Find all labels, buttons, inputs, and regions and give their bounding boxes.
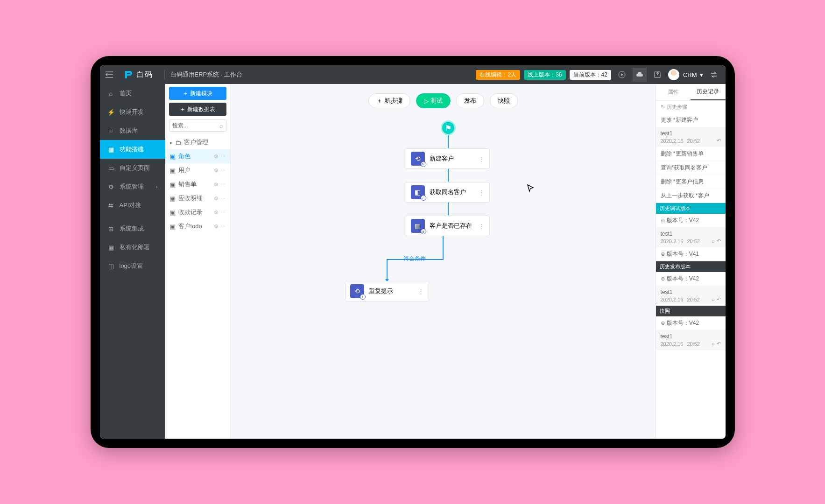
file-icon: ▣	[170, 223, 176, 230]
snapshot-button[interactable]: 快照	[490, 93, 518, 108]
test-name: test1	[661, 333, 721, 340]
version-entry[interactable]: test1 2020.2.1620:52⌕↶	[656, 228, 726, 247]
gear-icon: ⚙	[107, 183, 115, 190]
flow-node-new-customer[interactable]: ⟲✎ 新建客户 ⋮	[406, 148, 490, 169]
version-entry[interactable]: test1 2020.2.1620:52⌕↶	[656, 286, 726, 306]
logo-mark-icon	[123, 70, 134, 80]
tree-label: 收款记录	[178, 208, 203, 217]
avatar[interactable]	[668, 69, 679, 80]
more-icon[interactable]: ⋯	[220, 154, 226, 160]
more-icon[interactable]: ⋯	[220, 210, 226, 216]
search-icon[interactable]: ⌕	[712, 238, 715, 244]
button-label: 新建模块	[190, 90, 212, 98]
tree-item-receivable[interactable]: ▣应收明细⚙⋯	[165, 191, 230, 205]
history-op[interactable]: 删除 *更客户信息	[656, 175, 726, 189]
sidebar-label: 功能搭建	[120, 145, 144, 154]
button-label: 新步骤	[384, 97, 402, 105]
node-more-icon[interactable]: ⋮	[418, 288, 424, 295]
user-menu[interactable]: CRM ▾	[683, 71, 703, 78]
sidebar-item-integration[interactable]: ⊞系统集成	[100, 219, 165, 238]
history-op[interactable]: 查询*获取同名客户	[656, 161, 726, 175]
more-icon[interactable]: ⋯	[220, 196, 226, 202]
tree-folder[interactable]: ▸🗀客户管理	[165, 135, 230, 149]
tab-attributes[interactable]: 属性	[656, 84, 691, 100]
sidebar-item-home[interactable]: ⌂首页	[100, 84, 165, 103]
flow-canvas[interactable]: ＋ 新步骤 ▷ 测试 发布 快照 ⚑ ⟲✎ 新建客户 ⋮ ◧⌕ 获取同名客户 ⋮…	[231, 84, 656, 439]
version-row[interactable]: ⊙ 版本号：V41	[656, 247, 726, 261]
button-label: 测试	[430, 97, 443, 105]
search-input[interactable]	[172, 122, 219, 129]
version-row[interactable]: ⊙ 版本号：V42	[656, 272, 726, 286]
flow-node-check-exists[interactable]: ▦if 客户是否已存在 ⋮	[406, 216, 490, 236]
export-icon[interactable]	[650, 68, 664, 82]
node-label: 客户是否已存在	[430, 222, 472, 230]
collapse-sidebar-icon[interactable]	[105, 70, 114, 79]
settings-icon[interactable]: ⚙	[214, 210, 219, 216]
revert-icon[interactable]: ↶	[717, 341, 721, 347]
tree-item-todo[interactable]: ▣客户todo⚙⋯	[165, 219, 230, 233]
publish-button[interactable]: 发布	[456, 93, 484, 108]
settings-icon[interactable]: ⚙	[214, 168, 219, 174]
badge-current-version[interactable]: 当前版本：42	[570, 70, 611, 80]
more-icon[interactable]: ⋯	[220, 168, 226, 174]
swap-icon[interactable]	[707, 68, 721, 82]
version-entry[interactable]: test1 2020.2.1620:52⌕↶	[656, 330, 726, 350]
logo[interactable]: 白码	[118, 70, 159, 80]
node-more-icon[interactable]: ⋮	[479, 189, 485, 196]
revert-icon[interactable]: ↶	[717, 238, 721, 244]
node-more-icon[interactable]: ⋮	[479, 155, 485, 162]
sidebar-item-quickdev[interactable]: ⚡快速开发	[100, 103, 165, 121]
revert-icon[interactable]: ↶	[717, 296, 721, 302]
settings-icon[interactable]: ⚙	[214, 224, 219, 230]
tree-item-sales[interactable]: ▣销售单⚙⋯	[165, 177, 230, 191]
badge-editing[interactable]: 在线编辑：2人	[476, 70, 520, 80]
version-row[interactable]: ⊙ 版本号：V42	[656, 214, 726, 228]
search-icon[interactable]: ⌕	[712, 296, 715, 302]
cloud-icon[interactable]	[633, 68, 647, 82]
new-table-button[interactable]: ＋ 新建数据表	[169, 103, 226, 116]
history-op[interactable]: 从上一步获取 *客户	[656, 189, 726, 203]
new-module-button[interactable]: ＋ 新建模块	[169, 87, 226, 100]
node-more-icon[interactable]: ⋮	[479, 223, 485, 230]
sidebar-item-database[interactable]: ≡数据库	[100, 121, 165, 140]
debug-history-header: 历史调试版本	[656, 203, 726, 214]
logo-text: 白码	[136, 70, 153, 80]
sidebar-item-logo[interactable]: ◫logo设置	[100, 257, 165, 275]
play-icon[interactable]	[615, 68, 629, 82]
badge-online-version[interactable]: 线上版本：36	[524, 70, 565, 80]
sidebar-item-private[interactable]: ▤私有化部署	[100, 238, 165, 257]
sidebar-item-custompage[interactable]: ▭自定义页面	[100, 159, 165, 177]
flow-node-get-same-name[interactable]: ◧⌕ 获取同名客户 ⋮	[406, 182, 490, 203]
search-box[interactable]: ⌕	[169, 119, 226, 132]
revert-icon[interactable]: ↶	[717, 138, 721, 144]
tree-label: 应收明细	[178, 194, 203, 203]
topbar: 白码 白码通用ERP系统 · 工作台 在线编辑：2人 线上版本：36 当前版本：…	[100, 65, 726, 84]
settings-icon[interactable]: ⚙	[214, 182, 219, 188]
tree-item-payment[interactable]: ▣收款记录⚙⋯	[165, 205, 230, 219]
tree-item-user[interactable]: ▣用户⚙⋯	[165, 163, 230, 177]
rpanel-tabs: 属性 历史记录	[656, 84, 726, 101]
test-button[interactable]: ▷ 测试	[416, 93, 451, 108]
search-icon[interactable]: ⌕	[712, 341, 715, 347]
version-row[interactable]: ⊙ 版本号：V42	[656, 316, 726, 330]
settings-icon[interactable]: ⚙	[214, 154, 219, 160]
sidebar: ⌂首页 ⚡快速开发 ≡数据库 ▦功能搭建 ▭自定义页面 ⚙系统管理› ⇆API对…	[100, 84, 165, 439]
tree-item-role[interactable]: ▣角色⚙⋯	[165, 149, 230, 163]
sidebar-item-system[interactable]: ⚙系统管理›	[100, 177, 165, 196]
new-step-button[interactable]: ＋ 新步骤	[368, 93, 410, 108]
tree-label: 客户todo	[178, 222, 202, 231]
start-flag[interactable]: ⚑	[441, 120, 456, 135]
history-op[interactable]: 删除 *更新销售单	[656, 147, 726, 161]
sidebar-item-api[interactable]: ⇆API对接	[100, 196, 165, 215]
more-icon[interactable]: ⋯	[220, 182, 226, 188]
sidebar-item-function[interactable]: ▦功能搭建	[100, 140, 165, 159]
settings-icon[interactable]: ⚙	[214, 196, 219, 202]
sidebar-label: API对接	[120, 201, 141, 210]
flow-node-duplicate-alert[interactable]: ⟲! 重复提示 ⋮	[345, 281, 429, 301]
cursor-icon	[527, 184, 535, 195]
more-icon[interactable]: ⋯	[220, 224, 226, 230]
tab-history[interactable]: 历史记录	[691, 84, 726, 100]
history-step[interactable]: 更改 *新建客户	[656, 113, 726, 127]
file-icon: ▣	[170, 195, 176, 202]
history-test-entry[interactable]: test1 2020.2.1620:52↶	[656, 127, 726, 147]
